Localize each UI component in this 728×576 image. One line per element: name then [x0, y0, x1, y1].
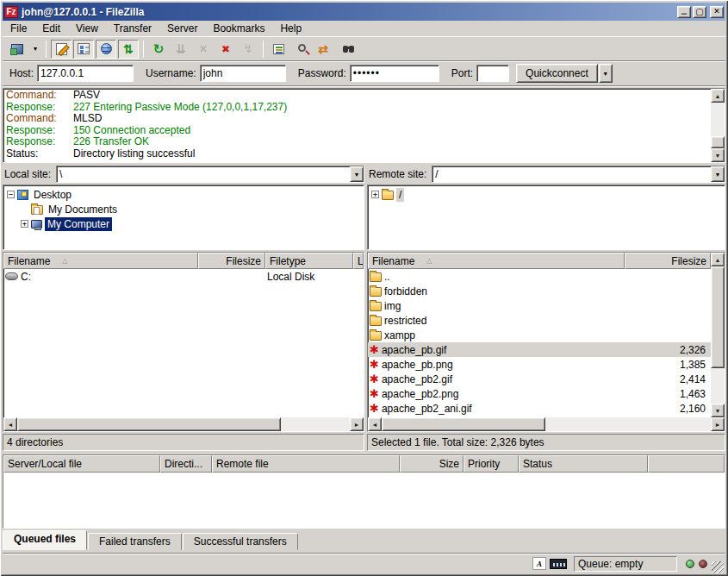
local-row-c-drive[interactable]: C: Local Disk — [3, 269, 364, 284]
column-filesize[interactable]: Filesize — [198, 253, 265, 269]
synchronized-browsing-button[interactable] — [313, 40, 333, 59]
column-filetype[interactable]: Filetype — [265, 253, 353, 269]
remote-site-value[interactable]: / — [432, 166, 711, 182]
remote-row[interactable]: apache_pb2.gif2,414 — [368, 372, 711, 386]
directory-filter-button[interactable] — [268, 40, 289, 59]
quickconnect-dropdown-button[interactable] — [599, 64, 613, 83]
scrollbar-thumb[interactable] — [711, 266, 725, 368]
scroll-right-button[interactable] — [711, 417, 725, 431]
column-direction[interactable]: Directi... — [160, 455, 212, 473]
remote-row[interactable]: .. — [368, 269, 711, 284]
username-input[interactable] — [200, 65, 286, 82]
remote-row[interactable]: apache_pb2_ani.gif2,160 — [368, 401, 711, 416]
cancel-button[interactable] — [193, 40, 214, 59]
expand-icon[interactable] — [21, 220, 28, 228]
menu-bookmarks[interactable]: Bookmarks — [205, 21, 272, 37]
menu-server[interactable]: Server — [159, 21, 205, 37]
toolbar — [3, 37, 725, 61]
local-horizontal-scrollbar[interactable] — [3, 417, 364, 431]
column-filename[interactable]: Filename — [3, 253, 198, 269]
site-manager-button[interactable] — [7, 40, 28, 59]
toggle-transfer-queue-button[interactable] — [118, 40, 139, 59]
port-input[interactable] — [476, 65, 509, 82]
menu-edit[interactable]: Edit — [34, 21, 68, 37]
tree-item-desktop[interactable]: Desktop — [7, 187, 364, 202]
collapse-icon[interactable] — [7, 191, 15, 198]
quickconnect-button[interactable]: Quickconnect — [516, 64, 598, 83]
remote-row[interactable]: restricted — [368, 313, 711, 328]
tab-queued-files[interactable]: Queued files — [3, 530, 87, 550]
toggle-local-tree-button[interactable] — [73, 40, 94, 59]
binoculars-icon — [343, 46, 348, 53]
remote-row[interactable]: apache_pb.png1,385 — [368, 357, 711, 372]
tab-successful-transfers[interactable]: Successful transfers — [183, 533, 298, 550]
disk-drive-icon — [5, 272, 18, 280]
disconnect-button[interactable] — [215, 40, 236, 59]
image-file-icon — [370, 344, 379, 356]
maximize-button[interactable] — [693, 6, 706, 18]
scrollbar-thumb[interactable] — [17, 417, 281, 431]
remote-horizontal-scrollbar[interactable] — [368, 417, 725, 431]
filezilla-logo-icon: Fz — [4, 6, 18, 18]
toggle-message-log-button[interactable] — [51, 40, 72, 59]
scrollbar-thumb[interactable] — [711, 136, 725, 148]
scroll-down-button[interactable] — [711, 148, 725, 162]
title-bar[interactable]: Fz john@127.0.0.1 - FileZilla — [3, 3, 725, 21]
scroll-left-button[interactable] — [368, 417, 382, 431]
column-remote-file[interactable]: Remote file — [212, 455, 400, 473]
column-priority[interactable]: Priority — [464, 455, 519, 473]
parent-folder-icon — [370, 272, 382, 282]
log-vertical-scrollbar[interactable] — [711, 89, 725, 162]
menu-view[interactable]: View — [68, 21, 106, 37]
menu-bar: File Edit View Transfer Server Bookmarks… — [3, 21, 725, 37]
column-size[interactable]: Size — [400, 455, 464, 473]
tree-item-my-documents[interactable]: My Documents — [21, 202, 364, 216]
directory-comparison-button[interactable] — [290, 40, 311, 59]
scroll-down-button[interactable] — [711, 404, 725, 417]
remote-row[interactable]: img — [368, 298, 711, 313]
refresh-button[interactable] — [148, 40, 169, 59]
reconnect-button[interactable] — [238, 40, 258, 59]
scroll-up-button[interactable] — [711, 253, 725, 266]
site-manager-dropdown-button[interactable] — [29, 40, 41, 59]
local-site-value[interactable]: \ — [57, 166, 350, 182]
menu-file[interactable]: File — [3, 21, 34, 37]
minimize-button[interactable] — [677, 6, 691, 18]
scroll-right-button[interactable] — [350, 417, 364, 431]
queue-body[interactable] — [3, 473, 725, 528]
column-last-modified[interactable]: L — [353, 253, 364, 269]
local-site-combo[interactable]: \ — [56, 166, 364, 183]
column-filesize[interactable]: Filesize — [625, 253, 711, 269]
host-input[interactable] — [37, 65, 134, 82]
column-status[interactable]: Status — [519, 455, 648, 473]
column-filename[interactable]: Filename — [368, 253, 625, 269]
menu-transfer[interactable]: Transfer — [106, 21, 159, 37]
close-button[interactable] — [710, 6, 724, 18]
process-queue-button[interactable] — [171, 40, 191, 59]
column-server-local-file[interactable]: Server/Local file — [3, 455, 160, 473]
activity-led-green-icon — [686, 560, 694, 568]
toggle-remote-tree-button[interactable] — [96, 40, 116, 59]
tree-item-root[interactable]: / — [371, 187, 725, 202]
scroll-up-button[interactable] — [711, 89, 725, 103]
password-label: Password: — [298, 67, 346, 79]
remote-row-selected[interactable]: apache_pb.gif2,326 — [368, 342, 711, 357]
tab-failed-transfers[interactable]: Failed transfers — [88, 533, 182, 550]
scroll-left-button[interactable] — [3, 417, 17, 431]
remote-row[interactable]: apache_pb2.png1,463 — [368, 386, 711, 401]
folder-icon — [370, 316, 382, 326]
remote-row[interactable]: forbidden — [368, 284, 711, 298]
local-site-dropdown-button[interactable] — [350, 166, 364, 182]
password-input[interactable] — [350, 65, 439, 82]
remote-site-dropdown-button[interactable] — [711, 166, 725, 182]
menu-help[interactable]: Help — [272, 21, 309, 37]
find-files-button[interactable] — [335, 40, 356, 59]
remote-vertical-scrollbar[interactable] — [711, 253, 725, 417]
tree-item-my-computer[interactable]: My Computer — [21, 216, 364, 231]
resize-grip[interactable] — [712, 561, 724, 573]
expand-icon[interactable] — [371, 191, 379, 198]
remote-site-combo[interactable]: / — [432, 166, 725, 183]
scrollbar-thumb[interactable] — [382, 417, 545, 431]
filter-icon — [273, 44, 284, 54]
remote-row[interactable]: xampp — [368, 328, 711, 342]
